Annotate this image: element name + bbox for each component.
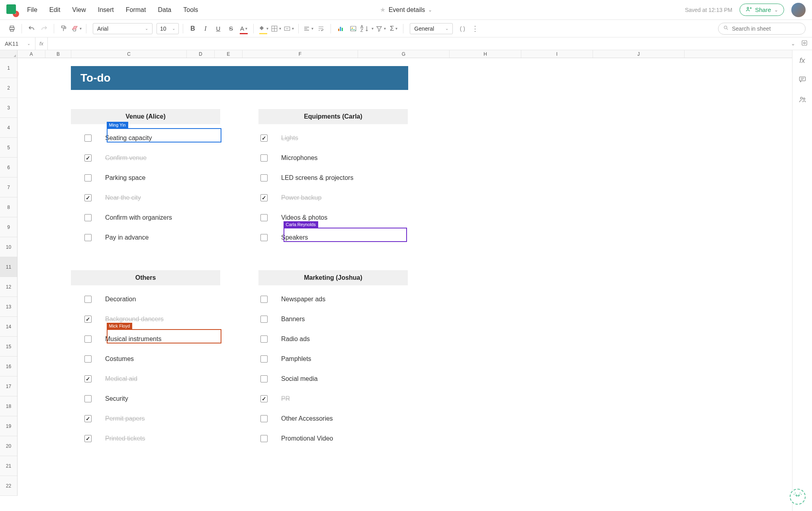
task-text[interactable]: Newspaper ads bbox=[281, 296, 325, 303]
checkbox[interactable] bbox=[84, 174, 92, 181]
search-input[interactable] bbox=[732, 25, 802, 32]
task-text[interactable]: Lights bbox=[281, 135, 298, 142]
menu-tools[interactable]: Tools bbox=[183, 6, 198, 14]
task-text[interactable]: Pamphlets bbox=[281, 355, 311, 363]
checkbox[interactable] bbox=[260, 135, 268, 142]
checkbox[interactable] bbox=[260, 214, 268, 221]
menu-insert[interactable]: Insert bbox=[98, 6, 114, 14]
document-title[interactable]: Event details bbox=[389, 6, 425, 14]
checkbox[interactable] bbox=[84, 435, 92, 442]
menu-edit[interactable]: Edit bbox=[49, 6, 61, 14]
task-text[interactable]: Seating capacity bbox=[105, 135, 152, 142]
column-header[interactable]: E bbox=[215, 50, 243, 58]
task-text[interactable]: Confirm with organizers bbox=[105, 214, 172, 221]
borders-button[interactable]: ▾ bbox=[270, 23, 282, 34]
task-text[interactable]: Printed tickets bbox=[105, 435, 145, 442]
task-text[interactable]: Security bbox=[105, 395, 128, 402]
checkbox[interactable] bbox=[84, 194, 92, 201]
underline-button[interactable]: U bbox=[213, 23, 224, 34]
undo-button[interactable] bbox=[26, 23, 37, 34]
task-text[interactable]: Confirm venue bbox=[105, 154, 147, 162]
menu-format[interactable]: Format bbox=[126, 6, 146, 14]
expand-icon[interactable]: ⌄ bbox=[791, 41, 795, 47]
checkbox[interactable] bbox=[260, 375, 268, 382]
menu-data[interactable]: Data bbox=[158, 6, 171, 14]
font-select[interactable]: Arial⌄ bbox=[93, 23, 153, 34]
bold-button[interactable]: B bbox=[187, 23, 198, 34]
column-header[interactable]: I bbox=[521, 50, 593, 58]
row-header[interactable]: 9 bbox=[0, 217, 17, 237]
row-header[interactable]: 8 bbox=[0, 197, 17, 217]
task-text[interactable]: Social media bbox=[281, 375, 318, 382]
menu-view[interactable]: View bbox=[72, 6, 86, 14]
more-button[interactable]: ⋮ bbox=[470, 23, 481, 34]
column-header[interactable]: J bbox=[593, 50, 685, 58]
italic-button[interactable]: I bbox=[200, 23, 211, 34]
checkbox[interactable] bbox=[84, 395, 92, 402]
menu-file[interactable]: File bbox=[27, 6, 37, 14]
strikethrough-button[interactable]: S bbox=[225, 23, 237, 34]
select-all-corner[interactable] bbox=[0, 50, 18, 58]
checkbox[interactable] bbox=[84, 154, 92, 162]
task-text[interactable]: Near the city bbox=[105, 194, 141, 201]
image-button[interactable] bbox=[348, 23, 359, 34]
sort-button[interactable]: AZ▾ bbox=[360, 23, 374, 34]
chart-button[interactable] bbox=[335, 23, 346, 34]
row-header[interactable]: 19 bbox=[0, 416, 17, 436]
task-text[interactable]: Musical instruments bbox=[105, 335, 161, 343]
checkbox[interactable] bbox=[84, 135, 92, 142]
wrap-button[interactable] bbox=[315, 23, 327, 34]
star-icon[interactable]: ★ bbox=[380, 6, 385, 14]
cell-reference[interactable]: AK11⌄ bbox=[0, 41, 35, 47]
column-header[interactable]: H bbox=[450, 50, 521, 58]
task-text[interactable]: Decoration bbox=[105, 296, 136, 303]
checkbox[interactable] bbox=[260, 435, 268, 442]
checkbox[interactable] bbox=[260, 355, 268, 363]
row-header[interactable]: 16 bbox=[0, 357, 17, 376]
task-text[interactable]: Microphones bbox=[281, 154, 318, 162]
task-text[interactable]: Radio ads bbox=[281, 335, 310, 343]
row-header[interactable]: 17 bbox=[0, 376, 17, 396]
task-text[interactable]: Pay in advance bbox=[105, 234, 149, 241]
column-header[interactable]: D bbox=[187, 50, 215, 58]
user-avatar[interactable] bbox=[791, 3, 806, 17]
task-text[interactable]: Other Accessories bbox=[281, 415, 333, 422]
checkbox[interactable] bbox=[84, 415, 92, 422]
row-header[interactable]: 18 bbox=[0, 396, 17, 416]
checkbox[interactable] bbox=[84, 316, 92, 323]
task-text[interactable]: Videos & photos bbox=[281, 214, 327, 221]
task-text[interactable]: LED screens & projectors bbox=[281, 174, 353, 181]
checkbox[interactable] bbox=[84, 355, 92, 363]
settings-icon[interactable] bbox=[801, 39, 808, 48]
zia-assistant-button[interactable] bbox=[790, 489, 806, 505]
row-header[interactable]: 11 bbox=[0, 257, 17, 277]
row-header[interactable]: 14 bbox=[0, 317, 17, 337]
spreadsheet-grid[interactable]: ABCDEFGHIJ 12345678910111213141516171819… bbox=[0, 50, 792, 511]
task-text[interactable]: PR bbox=[281, 395, 290, 402]
column-header[interactable]: C bbox=[71, 50, 187, 58]
checkbox[interactable] bbox=[84, 296, 92, 303]
checkbox[interactable] bbox=[260, 194, 268, 201]
row-header[interactable]: 7 bbox=[0, 177, 17, 197]
row-header[interactable]: 13 bbox=[0, 297, 17, 317]
checkbox[interactable] bbox=[260, 415, 268, 422]
fx-panel-icon[interactable]: fx bbox=[799, 57, 805, 65]
checkbox[interactable] bbox=[260, 335, 268, 343]
row-header[interactable]: 4 bbox=[0, 118, 17, 138]
checkbox[interactable] bbox=[260, 296, 268, 303]
task-text[interactable]: Speakers bbox=[281, 234, 308, 241]
sum-button[interactable]: Σ▾ bbox=[388, 23, 399, 34]
row-header[interactable]: 2 bbox=[0, 78, 17, 98]
task-text[interactable]: Background dancers bbox=[105, 316, 164, 323]
column-header[interactable]: G bbox=[358, 50, 450, 58]
task-text[interactable]: Banners bbox=[281, 316, 305, 323]
chevron-down-icon[interactable]: ⌄ bbox=[428, 7, 432, 13]
row-header[interactable]: 22 bbox=[0, 476, 17, 496]
fill-color-button[interactable]: ▾ bbox=[258, 23, 269, 34]
redo-button[interactable] bbox=[39, 23, 50, 34]
parentheses-button[interactable]: ( ) bbox=[457, 23, 468, 34]
task-text[interactable]: Costumes bbox=[105, 355, 134, 363]
row-header[interactable]: 15 bbox=[0, 337, 17, 357]
row-header[interactable]: 21 bbox=[0, 456, 17, 476]
task-text[interactable]: Medical aid bbox=[105, 375, 137, 382]
